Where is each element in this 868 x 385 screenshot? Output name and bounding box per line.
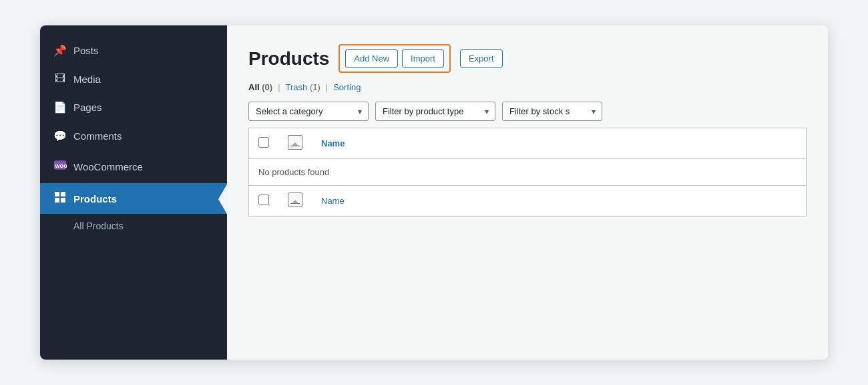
sidebar-item-label: Products bbox=[73, 193, 117, 205]
tabs-bar: All (0) | Trash (1) | Sorting bbox=[248, 82, 807, 92]
row-name-label: Name bbox=[321, 196, 345, 206]
svg-rect-2 bbox=[55, 192, 59, 197]
category-filter[interactable]: Select a category bbox=[248, 102, 369, 121]
sidebar-item-media[interactable]: 🎞 Media bbox=[40, 65, 227, 93]
add-new-button[interactable]: Add New bbox=[345, 49, 398, 68]
tab-all[interactable]: All (0) bbox=[248, 82, 272, 92]
product-type-filter[interactable]: Filter by product type bbox=[375, 102, 495, 121]
sidebar-item-comments[interactable]: 💬 Comments bbox=[40, 122, 227, 150]
tab-trash[interactable]: Trash (1) bbox=[286, 82, 320, 92]
sidebar-item-woocommerce[interactable]: woo WooCommerce bbox=[40, 150, 227, 183]
sidebar: 📌 Posts 🎞 Media 📄 Pages 💬 Comments woo W… bbox=[40, 25, 227, 360]
table-row: Name bbox=[249, 186, 807, 217]
select-all-checkbox[interactable] bbox=[258, 137, 269, 148]
header-buttons-group: Add New Import bbox=[339, 44, 451, 73]
tab-separator-1: | bbox=[278, 82, 280, 92]
row-image-icon bbox=[288, 192, 302, 207]
svg-rect-5 bbox=[61, 198, 65, 203]
comments-icon: 💬 bbox=[53, 130, 67, 142]
row-image-cell bbox=[278, 186, 312, 217]
page-header: Products Add New Import Export bbox=[248, 44, 807, 73]
sidebar-item-products[interactable]: Products bbox=[40, 183, 227, 214]
stock-filter-wrapper: Filter by stock s bbox=[502, 102, 602, 121]
all-products-label: All Products bbox=[73, 221, 124, 231]
tab-separator-2: | bbox=[326, 82, 328, 92]
image-placeholder-icon bbox=[288, 135, 302, 150]
image-col-header bbox=[278, 128, 312, 159]
filter-row: Select a category Filter by product type… bbox=[248, 102, 807, 121]
image-col-icon bbox=[288, 142, 302, 152]
sidebar-item-label: Media bbox=[73, 74, 101, 85]
products-icon bbox=[53, 191, 67, 206]
media-icon: 🎞 bbox=[53, 73, 67, 85]
sidebar-sub-all-products[interactable]: All Products bbox=[40, 214, 227, 238]
pages-icon: 📄 bbox=[53, 101, 67, 114]
sidebar-item-label: Pages bbox=[73, 102, 102, 113]
sidebar-item-pages[interactable]: 📄 Pages bbox=[40, 93, 227, 122]
no-products-message: No products found bbox=[249, 159, 807, 186]
posts-icon: 📌 bbox=[53, 44, 67, 57]
table-header-row: Name bbox=[249, 128, 807, 159]
sidebar-item-label: WooCommerce bbox=[73, 161, 143, 172]
products-table: Name No products found Name bbox=[248, 128, 807, 217]
select-all-col bbox=[249, 128, 279, 159]
no-products-row: No products found bbox=[249, 159, 807, 186]
category-filter-wrapper: Select a category bbox=[248, 102, 369, 121]
sidebar-item-posts[interactable]: 📌 Posts bbox=[40, 36, 227, 65]
svg-rect-3 bbox=[61, 192, 65, 197]
sidebar-item-label: Posts bbox=[73, 45, 99, 56]
row-name-cell: Name bbox=[312, 186, 807, 217]
tab-sorting[interactable]: Sorting bbox=[333, 82, 361, 92]
svg-text:woo: woo bbox=[55, 162, 67, 169]
import-button[interactable]: Import bbox=[402, 49, 444, 68]
woo-icon: woo bbox=[53, 158, 67, 175]
main-content: Products Add New Import Export All (0) |… bbox=[227, 25, 828, 360]
page-title: Products bbox=[248, 48, 329, 70]
name-col-header[interactable]: Name bbox=[312, 128, 807, 159]
svg-rect-4 bbox=[55, 198, 59, 203]
row-checkbox-cell bbox=[249, 186, 279, 217]
export-button[interactable]: Export bbox=[460, 49, 503, 68]
product-type-filter-wrapper: Filter by product type bbox=[375, 102, 495, 121]
sidebar-item-label: Comments bbox=[73, 130, 122, 142]
row-checkbox[interactable] bbox=[258, 195, 269, 205]
stock-filter[interactable]: Filter by stock s bbox=[502, 102, 602, 121]
